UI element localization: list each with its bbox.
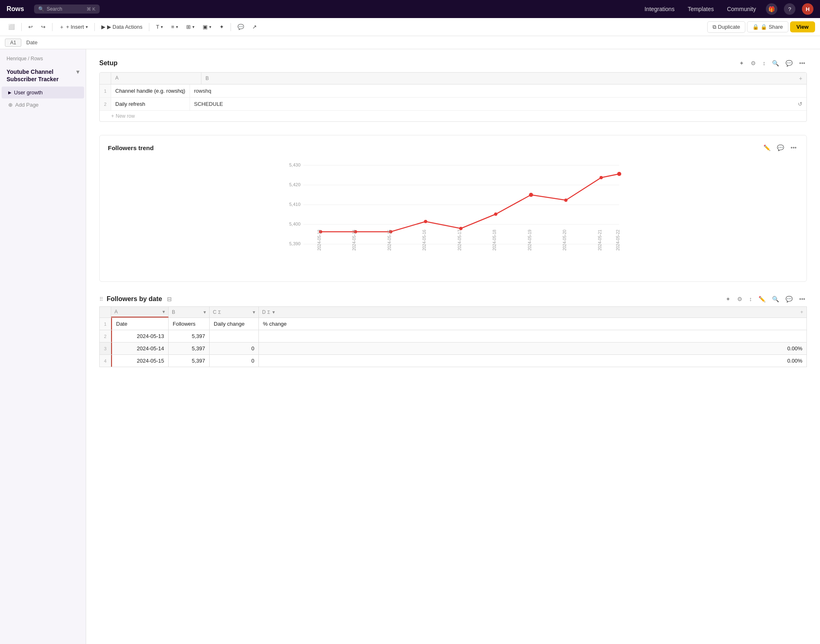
view-options-btn[interactable]: ⊞ ▾ [183, 22, 198, 32]
setup-row-1-col-b[interactable]: rowshq [190, 84, 806, 97]
trend-btn[interactable]: ↗ [249, 22, 260, 32]
col-c-header-tbl[interactable]: C Σ ▾ [210, 307, 259, 317]
app-logo[interactable]: Rows [7, 5, 24, 13]
col-a-header-tbl[interactable]: A ▾ [111, 307, 169, 317]
comment-icon-tbl[interactable]: 💬 [784, 295, 794, 303]
row-3-followers[interactable]: 5,397 [169, 343, 210, 354]
row-4-daily-change[interactable]: 0 [210, 355, 259, 367]
plus-col-icon[interactable]: + [799, 75, 802, 82]
search-icon-setup[interactable]: 🔍 [770, 59, 781, 67]
chart-comment-icon[interactable]: 💬 [775, 144, 786, 152]
divider-2 [52, 23, 53, 31]
row-3-pct-change[interactable]: 0.00% [259, 343, 806, 354]
sort-icon[interactable]: ↕ [761, 59, 767, 67]
x-label-9: 2024-05-22 [616, 229, 620, 251]
cell-ref-bar: A1 Date [0, 36, 820, 49]
daily-change-col-name[interactable]: Daily change [210, 318, 259, 330]
col-b-dropdown[interactable]: ▾ [203, 309, 206, 315]
col-b-header-tbl[interactable]: B ▾ [169, 307, 210, 317]
sigma-icon-d: Σ [267, 310, 270, 315]
setup-table: A B + 1 Channel handle (e.g. rowshq) row… [99, 72, 807, 122]
breadcrumb-henrique[interactable]: Henrique [7, 56, 27, 62]
avatar[interactable]: H [802, 3, 813, 15]
chart-more-icon[interactable]: ••• [789, 144, 798, 152]
divider-3 [94, 23, 95, 31]
x-label-7: 2024-05-20 [562, 229, 567, 251]
row-4-pct-change[interactable]: 0.00% [259, 355, 806, 367]
sidebar-toggle-btn[interactable]: ⬜ [5, 22, 18, 32]
col-a-header: A [111, 73, 201, 84]
clean-btn[interactable]: ✦ [216, 22, 227, 32]
auto-fill-icon-tbl[interactable]: ✦ [724, 295, 732, 303]
row-2-date[interactable]: 2024-05-13 [111, 330, 169, 342]
gift-icon[interactable]: 🎁 [766, 3, 777, 15]
data-point-5 [494, 212, 498, 216]
svg-text:2024-05-19: 2024-05-19 [528, 229, 532, 251]
row-4-followers[interactable]: 5,397 [169, 355, 210, 367]
comment-btn[interactable]: 💬 [234, 22, 247, 32]
y-label-5420: 5,420 [289, 182, 301, 187]
svg-text:2024-05-20: 2024-05-20 [562, 229, 567, 251]
row-4-date[interactable]: 2024-05-15 [111, 355, 169, 367]
nav-community[interactable]: Community [724, 4, 759, 14]
col-c-dropdown[interactable]: ▾ [253, 309, 255, 315]
row-3-date[interactable]: 2024-05-14 [111, 343, 169, 354]
col-c-label: C [213, 309, 217, 315]
search-bar[interactable]: 🔍 Search ⌘ K [34, 5, 100, 14]
insert-btn[interactable]: ＋ + Insert ▾ [56, 21, 91, 33]
chart-header: Followers trend ✏️ 💬 ••• [108, 144, 798, 152]
x-label-1: 2024-05-14 [352, 229, 356, 251]
row-2-followers[interactable]: 5,397 [169, 330, 210, 342]
align-btn[interactable]: ≡ ▾ [168, 22, 181, 32]
more-icon-tbl[interactable]: ••• [797, 295, 807, 303]
col-name-row: 1 Date Followers Daily change % change [99, 317, 807, 330]
followers-col-name[interactable]: Followers [169, 318, 210, 330]
row-2-daily-change[interactable] [210, 330, 259, 342]
col-d-header-tbl[interactable]: D Σ ▾ + [259, 307, 806, 317]
chart-btn[interactable]: ▣ ▾ [199, 22, 215, 32]
chevron-icon[interactable]: ▾ [76, 68, 79, 75]
cell-reference[interactable]: A1 [5, 39, 21, 47]
chart-section: Followers trend ✏️ 💬 ••• 5,430 5,420 5,4… [99, 135, 807, 282]
search-icon-tbl[interactable]: 🔍 [770, 295, 781, 303]
filter-icon[interactable]: ⚙ [749, 59, 758, 67]
new-row[interactable]: + New row [100, 111, 806, 121]
drag-handle-icon[interactable]: ⠿ [99, 296, 103, 302]
setup-row-2-col-b[interactable]: SCHEDULE ↺ [190, 98, 806, 110]
pct-change-col-name[interactable]: % change [259, 318, 806, 330]
data-actions-btn[interactable]: ▶ ▶ Data Actions [98, 22, 146, 32]
nav-integrations[interactable]: Integrations [641, 4, 678, 14]
text-format-btn[interactable]: T ▾ [153, 22, 166, 32]
more-icon-setup[interactable]: ••• [797, 59, 807, 67]
grid-icon: ⊞ [186, 24, 191, 30]
share-btn[interactable]: 🔒 🔒 Share [747, 21, 788, 32]
col-a-dropdown[interactable]: ▾ [162, 309, 165, 315]
table-view-icon[interactable]: ⊟ [165, 295, 174, 303]
redo-btn[interactable]: ↪ [38, 22, 49, 32]
duplicate-label: Duplicate [718, 24, 740, 30]
add-col-icon[interactable]: + [800, 309, 803, 315]
col-b-label: B [172, 309, 175, 315]
edit-icon-tbl[interactable]: ✏️ [757, 295, 767, 303]
refresh-icon[interactable]: ↺ [798, 101, 802, 107]
svg-text:2024-05-16: 2024-05-16 [422, 229, 427, 251]
breadcrumb-rows[interactable]: Rows [31, 56, 43, 62]
setup-table-header: A B + [100, 73, 806, 84]
help-icon[interactable]: ? [784, 3, 795, 15]
sort-icon-tbl[interactable]: ↕ [747, 295, 754, 303]
row-3-daily-change[interactable]: 0 [210, 343, 259, 354]
nav-templates[interactable]: Templates [684, 4, 717, 14]
col-header-row: A ▾ B ▾ C Σ ▾ D Σ ▾ + [99, 306, 807, 317]
col-d-dropdown[interactable]: ▾ [272, 309, 275, 315]
undo-btn[interactable]: ↩ [25, 22, 36, 32]
chart-edit-icon[interactable]: ✏️ [762, 144, 772, 152]
comment-icon-setup[interactable]: 💬 [784, 59, 794, 67]
auto-fill-icon[interactable]: ✦ [738, 59, 746, 67]
sidebar-item-user-growth[interactable]: ▶ User growth [2, 87, 84, 98]
row-2-pct-change[interactable] [259, 330, 806, 342]
add-page-btn[interactable]: ⊕ Add Page [2, 99, 84, 111]
date-col-name[interactable]: Date [111, 318, 169, 330]
view-btn[interactable]: View [790, 21, 815, 32]
duplicate-btn[interactable]: ⧉ Duplicate [707, 21, 745, 33]
filter-icon-tbl[interactable]: ⚙ [735, 295, 744, 303]
